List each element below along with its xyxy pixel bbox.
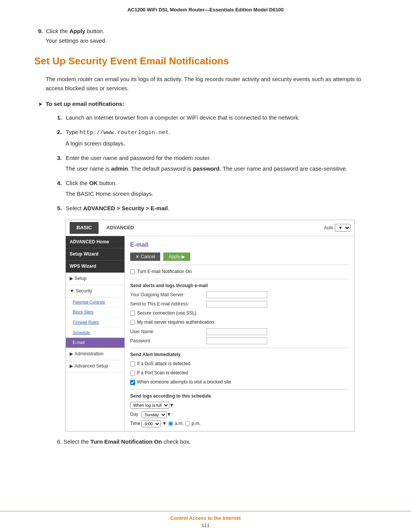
auto-select: Auto ▼ xyxy=(324,224,350,232)
step-2-sub: A login screen displays. xyxy=(65,139,377,148)
username-input[interactable] xyxy=(206,328,267,335)
send-alert-label: Send Alert Immediately xyxy=(130,351,349,358)
sidebar-item-advanced-setup[interactable]: ▶ Advanced Setup xyxy=(66,360,124,372)
step-3-mid: . The default password is xyxy=(128,165,193,172)
step-9-number: 9. xyxy=(38,28,43,34)
steps-list: 1. Launch an Internet browser from a com… xyxy=(57,113,377,431)
time-label: Time xyxy=(130,420,140,427)
password-input[interactable] xyxy=(206,337,267,344)
sidebar-item-wps-wizard[interactable]: WPS Wizard xyxy=(66,260,124,273)
sidebar-adv-setup-label: Advanced Setup xyxy=(75,363,108,370)
portscan-label: If a Port Scan is detected xyxy=(137,369,188,377)
step-1-number: 1. xyxy=(57,114,62,121)
sidebar-item-schedule[interactable]: Schedule xyxy=(66,328,124,338)
admin-arrow-icon: ▶ xyxy=(70,350,73,358)
step-4-number: 4. xyxy=(57,180,62,186)
apply-label: Apply xyxy=(169,254,180,259)
schedule-arrow: ▼ xyxy=(169,402,174,409)
step-4: 4. Click the OK button. The BASIC Home s… xyxy=(57,179,377,198)
security-arrow-icon: ▼ xyxy=(70,288,74,295)
step-3: 3. Enter the user name and password for … xyxy=(57,153,377,173)
step-6-text: Select the xyxy=(64,438,91,445)
tab-basic[interactable]: BASIC xyxy=(70,222,99,234)
sidebar-setup-label: Setup xyxy=(75,275,86,282)
outgoing-mail-input[interactable] xyxy=(206,291,267,298)
content-area: 9. Click the Apply button. Your settings… xyxy=(0,16,411,468)
ssl-label: Secure connection (use SSL) xyxy=(137,310,196,317)
bullet-label: To set up email notifications: xyxy=(46,101,124,107)
form-row-blocked: When someone attempts to visit a blocked… xyxy=(130,379,349,386)
sidebar-item-setup[interactable]: ▶ Setup xyxy=(66,273,124,285)
step-9: 9. Click the Apply button. xyxy=(34,28,377,34)
sidebar-item-block-sites[interactable]: Block Sites xyxy=(66,307,124,318)
auto-label: Auto xyxy=(324,224,333,232)
turn-email-notification-checkbox[interactable] xyxy=(130,269,135,274)
portscan-checkbox[interactable] xyxy=(130,371,135,375)
blocked-label: When someone attempts to visit a blocked… xyxy=(137,379,231,386)
email-title: E-mail xyxy=(130,240,349,250)
cancel-button[interactable]: ✕ Cancel xyxy=(130,252,160,261)
divider-2 xyxy=(130,279,349,279)
cancel-label: Cancel xyxy=(141,254,155,259)
apply-arrow-icon: ▶ xyxy=(182,254,185,259)
footer-text: Control Access to the Internet xyxy=(170,515,241,521)
sidebar-item-parental-controls[interactable]: Parental Controls xyxy=(66,297,124,308)
arrow-bullet-icon: ➤ xyxy=(38,101,43,107)
step-3-password: password xyxy=(193,165,220,172)
sidebar-item-setup-wizard[interactable]: Setup Wizard xyxy=(66,248,124,260)
section-title: Set Up Security Event Email Notification… xyxy=(34,55,377,67)
form-row-day: Day Sunday ▼ xyxy=(130,411,349,418)
page-header: AC1200 WiFi DSL Modem Router—Essentials … xyxy=(0,0,411,16)
sidebar-item-advanced-home[interactable]: ADVANCED Home xyxy=(66,236,124,248)
btn-row: ✕ Cancel Apply ▶ xyxy=(130,252,349,261)
form-row-notification: Turn E-mail Notification On xyxy=(130,268,349,275)
step-9-suffix: button. xyxy=(85,28,104,34)
dos-checkbox[interactable] xyxy=(130,361,135,366)
apply-button[interactable]: Apply ▶ xyxy=(163,252,190,261)
outgoing-label: Your Outgoing Mail Server: xyxy=(130,291,206,299)
send-to-label: Send to This E-mail Address: xyxy=(130,300,206,308)
sidebar-item-security[interactable]: ▼ Security xyxy=(66,285,124,297)
step-4-suffix: button. xyxy=(98,180,117,186)
sidebar-item-administration[interactable]: ▶ Administration xyxy=(66,348,124,360)
step-5-suffix: . xyxy=(168,205,169,211)
send-to-input[interactable] xyxy=(206,301,267,308)
sidebar-item-email[interactable]: E-mail xyxy=(66,338,124,348)
divider-1 xyxy=(130,265,349,265)
step-2-url: http://www.routerlogin.net xyxy=(80,129,169,136)
blocked-checkbox[interactable] xyxy=(130,380,135,385)
sidebar-item-firewall-rules[interactable]: Firewall Rules xyxy=(66,318,124,328)
router-ui: BASIC ADVANCED Auto ▼ ADVANCED Home Setu… xyxy=(65,220,355,431)
day-select[interactable]: Sunday xyxy=(142,411,167,418)
time-select[interactable]: 0:00 xyxy=(142,420,161,427)
pm-label: p.m. xyxy=(191,420,200,427)
saved-text: Your settings are saved. xyxy=(46,37,377,44)
form-row-ssl: Secure connection (use SSL) xyxy=(130,310,349,317)
cancel-x-icon: ✕ xyxy=(135,254,139,259)
tab-advanced[interactable]: ADVANCED xyxy=(99,222,141,234)
step-4-sub: The BASIC Home screen displays. xyxy=(65,189,377,198)
bullet-header: ➤ To set up email notifications: xyxy=(38,101,377,107)
step-9-text: Click the xyxy=(46,28,70,34)
step-2: 2. Type http://www.routerlogin.net. A lo… xyxy=(57,128,377,148)
divider-4 xyxy=(130,389,349,390)
am-radio[interactable] xyxy=(168,421,173,426)
schedule-select[interactable]: When log is full xyxy=(130,402,169,409)
password-label: Password xyxy=(130,337,206,345)
setup-arrow-icon: ▶ xyxy=(70,275,73,282)
dos-label: If a DoS attack is detected xyxy=(137,360,190,367)
auth-checkbox[interactable] xyxy=(130,320,135,325)
step-5-number: 5. xyxy=(57,205,62,211)
form-row-portscan: If a Port Scan is detected xyxy=(130,369,349,377)
form-row-auth: My mail server requires authentication xyxy=(130,319,349,326)
step-2-suffix: . xyxy=(169,129,170,135)
step-3-sub: The user name is admin. The default pass… xyxy=(65,164,377,173)
step-5-bold: ADVANCED > Security > E-mail xyxy=(83,205,168,211)
time-row: Time 0:00 ▼ a.m. p.m. xyxy=(130,420,349,427)
pm-radio[interactable] xyxy=(185,421,190,426)
ui-body: ADVANCED Home Setup Wizard WPS Wizard ▶ … xyxy=(66,236,354,431)
ssl-checkbox[interactable] xyxy=(130,311,135,316)
step-6-suffix: check box. xyxy=(162,438,191,445)
auto-dropdown[interactable]: ▼ xyxy=(335,224,350,232)
intro-text: The modem router can email you its logs … xyxy=(46,75,377,93)
